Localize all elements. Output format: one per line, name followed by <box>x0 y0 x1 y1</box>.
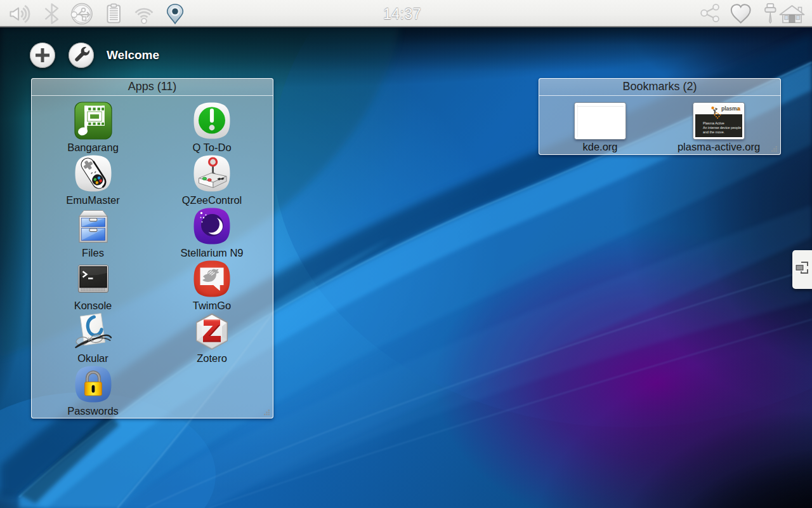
svg-text:a: a <box>738 105 741 112</box>
svg-text:and the move.: and the move. <box>703 130 724 134</box>
svg-text:Plasma Active: Plasma Active <box>703 121 724 125</box>
svg-text:An intense device people: An intense device people <box>703 126 741 130</box>
